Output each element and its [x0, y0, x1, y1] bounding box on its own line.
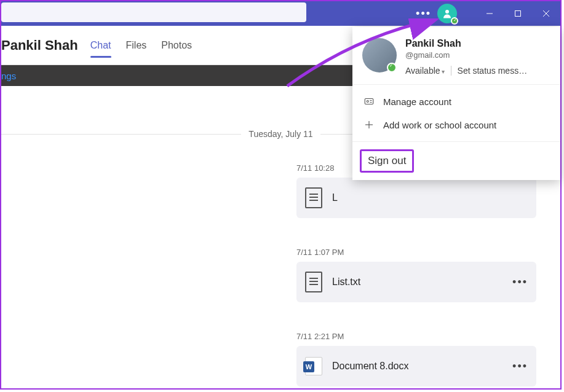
tab-photos[interactable]: Photos: [161, 26, 192, 65]
tab-chat[interactable]: Chat: [90, 26, 111, 65]
close-button[interactable]: [532, 1, 560, 26]
svg-point-0: [445, 10, 449, 14]
tab-files[interactable]: Files: [126, 26, 147, 65]
maximize-button[interactable]: [504, 1, 532, 26]
file-card[interactable]: List.txt •••: [296, 262, 536, 302]
add-account-item[interactable]: Add work or school account: [352, 113, 560, 136]
svg-point-6: [367, 101, 368, 103]
file-card[interactable]: L: [296, 178, 536, 218]
chevron-down-icon: ▾: [442, 68, 445, 75]
text-file-icon: [305, 187, 322, 208]
add-account-label: Add work or school account: [383, 120, 496, 130]
manage-account-label: Manage account: [383, 96, 451, 107]
search-bar[interactable]: [1, 2, 306, 22]
minimize-button[interactable]: [475, 1, 504, 26]
id-card-icon: [363, 96, 375, 107]
svg-rect-5: [365, 99, 373, 104]
file-more-button[interactable]: •••: [512, 360, 528, 373]
more-options-button[interactable]: •••: [410, 7, 437, 20]
file-more-button[interactable]: •••: [512, 276, 528, 289]
svg-rect-2: [515, 11, 521, 17]
status-picker[interactable]: Available▾: [405, 66, 445, 76]
sign-out-button[interactable]: Sign out: [360, 149, 414, 173]
tab-bar: Chat Files Photos: [90, 26, 192, 65]
word-file-icon: [305, 357, 322, 375]
text-file-icon: [305, 272, 322, 292]
title-bar: •••: [1, 1, 560, 26]
person-icon: [442, 8, 453, 19]
manage-account-item[interactable]: Manage account: [352, 90, 560, 113]
set-status-message[interactable]: Set status mess…: [458, 66, 528, 76]
file-name: List.txt: [332, 276, 512, 288]
profile-name: Pankil Shah: [405, 38, 550, 49]
chat-title: Pankil Shah: [1, 37, 78, 53]
separator: [451, 66, 451, 76]
file-name: L: [332, 192, 528, 203]
banner-link[interactable]: ngs: [1, 71, 16, 81]
presence-available-icon: [451, 17, 458, 25]
profile-dropdown: Pankil Shah @gmail.com Available▾ Set st…: [352, 27, 560, 180]
message-timestamp: 7/11 2:21 PM: [296, 332, 536, 341]
message-timestamp: 7/11 1:07 PM: [296, 248, 536, 257]
date-label: Tuesday, July 11: [241, 129, 320, 139]
file-name: Document 8.docx: [332, 361, 512, 372]
profile-email: @gmail.com: [405, 50, 550, 60]
profile-avatar-button[interactable]: [437, 4, 457, 23]
profile-avatar-large: [362, 38, 397, 73]
presence-available-icon: [387, 63, 397, 73]
file-card[interactable]: Document 8.docx •••: [296, 346, 536, 386]
plus-icon: [363, 119, 375, 130]
